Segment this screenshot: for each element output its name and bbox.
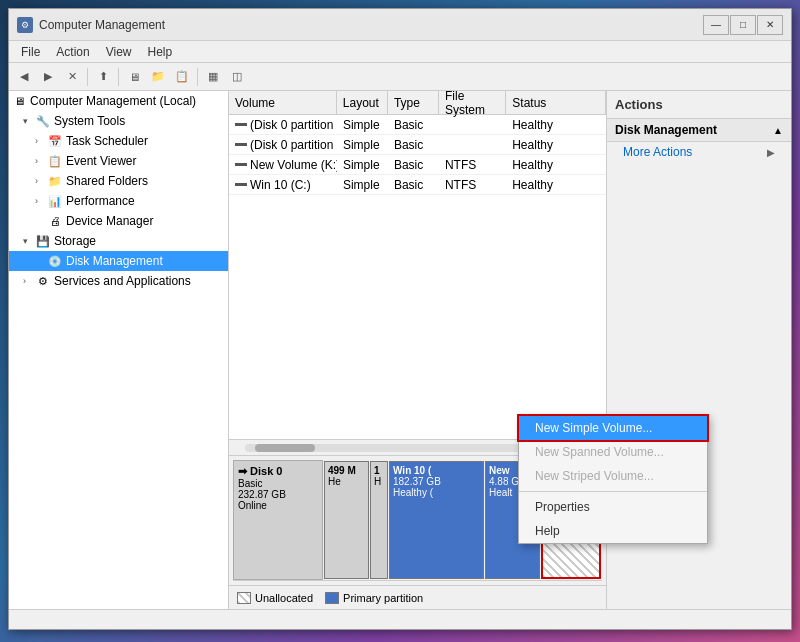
ctx-new-spanned-volume[interactable]: New Spanned Volume...	[519, 440, 707, 464]
expand-arrow: ›	[35, 136, 47, 146]
vol-dash-icon	[235, 143, 247, 146]
menu-file[interactable]: File	[13, 43, 48, 61]
toolbar-btn-2[interactable]: 📁	[147, 66, 169, 88]
td-volume-1: (Disk 0 partition 1)	[229, 116, 337, 134]
ctx-help[interactable]: Help	[519, 519, 707, 543]
th-filesystem[interactable]: File System	[439, 91, 506, 114]
tree-event-viewer[interactable]: › 📋 Event Viewer	[9, 151, 228, 171]
actions-section-label: Disk Management	[615, 123, 717, 137]
volume-table: Volume Layout Type File System Status (D…	[229, 91, 606, 455]
window-controls: — □ ✕	[703, 15, 783, 35]
computer-icon: 🖥	[11, 93, 27, 109]
tree-services[interactable]: › ⚙ Services and Applications	[9, 271, 228, 291]
td-layout-4: Simple	[337, 176, 388, 194]
td-status-4: Healthy	[506, 176, 606, 194]
more-actions-arrow: ▶	[767, 147, 775, 158]
td-layout-2: Simple	[337, 136, 388, 154]
actions-section-disk-management[interactable]: Disk Management ▲	[607, 119, 791, 142]
actions-section-arrow: ▲	[773, 125, 783, 136]
ctx-new-striped-volume[interactable]: New Striped Volume...	[519, 464, 707, 488]
disk-size: 232.87 GB	[238, 489, 318, 500]
td-status-1: Healthy	[506, 116, 606, 134]
vol-dash-icon	[235, 163, 247, 166]
part-label: 499 M	[328, 465, 365, 476]
minimize-button[interactable]: —	[703, 15, 729, 35]
disk-type: Basic	[238, 478, 318, 489]
legend-primary-box	[325, 592, 339, 604]
forward-button[interactable]: ▶	[37, 66, 59, 88]
toolbar-separator-3	[197, 68, 198, 86]
table-header: Volume Layout Type File System Status	[229, 91, 606, 115]
th-volume[interactable]: Volume	[229, 91, 337, 114]
th-layout[interactable]: Layout	[337, 91, 388, 114]
table-body: (Disk 0 partition 1) Simple Basic Health…	[229, 115, 606, 439]
tree-disk-management[interactable]: 💿 Disk Management	[9, 251, 228, 271]
tree-storage[interactable]: ▾ 💾 Storage	[9, 231, 228, 251]
vol-dash-icon	[235, 183, 247, 186]
title-bar: ⚙ Computer Management — □ ✕	[9, 9, 791, 41]
tree-system-tools-label: System Tools	[54, 114, 125, 128]
td-layout-3: Simple	[337, 156, 388, 174]
disk-partition-1[interactable]: 499 M He	[324, 461, 369, 579]
td-volume-4: Win 10 (C:)	[229, 176, 337, 194]
tree-system-tools[interactable]: ▾ 🔧 System Tools	[9, 111, 228, 131]
tree-task-scheduler[interactable]: › 📅 Task Scheduler	[9, 131, 228, 151]
close-button[interactable]: ✕	[757, 15, 783, 35]
td-type-2: Basic	[388, 136, 439, 154]
app-icon: ⚙	[17, 17, 33, 33]
legend-unallocated-label: Unallocated	[255, 592, 313, 604]
back-button[interactable]: ◀	[13, 66, 35, 88]
tree-shared-folders-label: Shared Folders	[66, 174, 148, 188]
tree-device-manager-label: Device Manager	[66, 214, 153, 228]
shared-folders-icon: 📁	[47, 173, 63, 189]
legend-unallocated-box	[237, 592, 251, 604]
ctx-properties[interactable]: Properties	[519, 495, 707, 519]
menu-help[interactable]: Help	[140, 43, 181, 61]
table-row[interactable]: Win 10 (C:) Simple Basic NTFS Healthy	[229, 175, 606, 195]
vol-dash-icon	[235, 123, 247, 126]
tree-device-manager[interactable]: 🖨 Device Manager	[9, 211, 228, 231]
menu-view[interactable]: View	[98, 43, 140, 61]
menu-action[interactable]: Action	[48, 43, 97, 61]
expand-arrow: ›	[35, 176, 47, 186]
scroll-thumb[interactable]	[255, 444, 315, 452]
toolbar-btn-1[interactable]: 🖥	[123, 66, 145, 88]
td-status-2: Healthy	[506, 136, 606, 154]
toolbar-btn-4[interactable]: ▦	[202, 66, 224, 88]
toolbar-btn-5[interactable]: ◫	[226, 66, 248, 88]
table-row[interactable]: New Volume (K:) Simple Basic NTFS Health…	[229, 155, 606, 175]
legend-primary: Primary partition	[325, 592, 423, 604]
th-status[interactable]: Status	[506, 91, 606, 114]
ctx-new-simple-volume[interactable]: New Simple Volume...	[519, 416, 707, 440]
system-tools-icon: 🔧	[35, 113, 51, 129]
expand-arrow: ›	[35, 156, 47, 166]
toolbar-separator-2	[118, 68, 119, 86]
toolbar-btn-3[interactable]: 📋	[171, 66, 193, 88]
tree-root[interactable]: 🖥 Computer Management (Local)	[9, 91, 228, 111]
expand-arrow: ▾	[23, 116, 35, 126]
disk-label-0: ➡ Disk 0 Basic 232.87 GB Online	[233, 460, 323, 580]
storage-icon: 💾	[35, 233, 51, 249]
up-button[interactable]: ⬆	[92, 66, 114, 88]
tree-shared-folders[interactable]: › 📁 Shared Folders	[9, 171, 228, 191]
context-menu: New Simple Volume... New Spanned Volume.…	[518, 415, 708, 544]
td-fs-2	[439, 143, 506, 147]
disk-partition-3[interactable]: Win 10 ( 182.37 GB Healthy (	[389, 461, 484, 579]
disk-name: ➡ Disk 0	[238, 465, 318, 478]
disk-management-icon: 💿	[47, 253, 63, 269]
part-type: H	[374, 476, 384, 487]
td-fs-1	[439, 123, 506, 127]
expand-arrow: ›	[35, 196, 47, 206]
menu-bar: File Action View Help	[9, 41, 791, 63]
th-type[interactable]: Type	[388, 91, 439, 114]
tree-performance[interactable]: › 📊 Performance	[9, 191, 228, 211]
actions-more-actions[interactable]: More Actions ▶	[607, 142, 791, 162]
table-row[interactable]: (Disk 0 partition 2) Simple Basic Health…	[229, 135, 606, 155]
td-status-3: Healthy	[506, 156, 606, 174]
table-row[interactable]: (Disk 0 partition 1) Simple Basic Health…	[229, 115, 606, 135]
disk-partition-2[interactable]: 1 H	[370, 461, 388, 579]
maximize-button[interactable]: □	[730, 15, 756, 35]
stop-button[interactable]: ✕	[61, 66, 83, 88]
td-layout-1: Simple	[337, 116, 388, 134]
td-type-4: Basic	[388, 176, 439, 194]
